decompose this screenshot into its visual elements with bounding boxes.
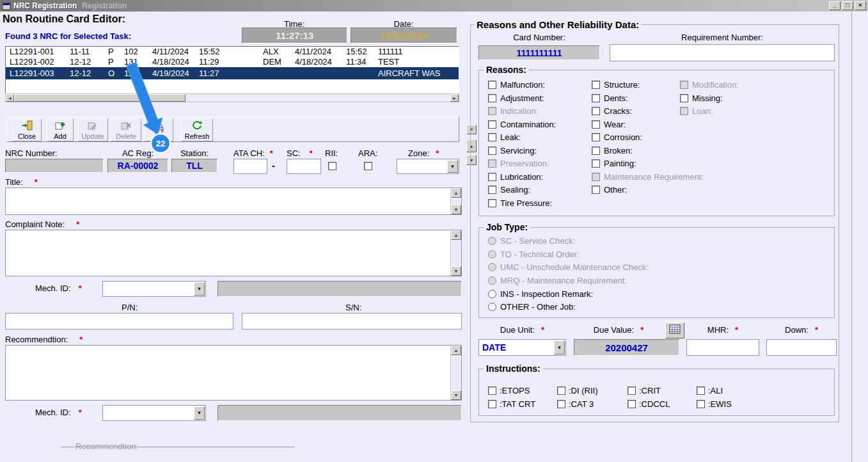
refresh-button-label: Refresh <box>185 132 210 140</box>
scroll-up-icon[interactable]: ▲ <box>451 230 461 240</box>
reason-tire-pressure-checkbox[interactable] <box>488 199 496 207</box>
ac-reg-value: RA-00002 <box>118 161 159 171</box>
instruction-ewis-checkbox[interactable] <box>697 400 705 408</box>
instruction-cdccl-checkbox[interactable] <box>627 400 636 408</box>
job-type-other-radio[interactable] <box>488 303 496 311</box>
table-row[interactable]: L12291-002 12-12 P 131 4/18/2024 11:29 D… <box>6 57 459 67</box>
scroll-up-icon[interactable]: ▲ <box>451 188 461 198</box>
zone-label: Zone:* <box>408 148 439 158</box>
instruction-di-rii-checkbox[interactable] <box>557 386 565 395</box>
refresh-button[interactable]: Refresh <box>181 118 213 141</box>
reason-leak-label: Leak: <box>500 132 521 142</box>
instruction-tat-crt-checkbox[interactable] <box>488 400 496 408</box>
requirement-number-label: Requirement Number: <box>610 33 835 42</box>
due-unit-select[interactable]: DATE ▼ <box>478 339 566 356</box>
list-hscrollbar[interactable]: ◄ ► <box>5 93 459 102</box>
table-row[interactable]: L12291-001 11-11 P 102 4/11/2024 15:52 A… <box>6 47 459 57</box>
reason-broken-checkbox[interactable] <box>592 147 600 155</box>
close-button[interactable]: Close <box>12 118 42 141</box>
job-type-umc-label: UMC - Unschedule Maintenance Check: <box>500 262 649 272</box>
instruction-cat3-checkbox[interactable] <box>557 400 565 408</box>
instruction-ali-checkbox[interactable] <box>697 386 705 395</box>
job-type-ins-radio[interactable] <box>488 290 496 298</box>
rii-checkbox[interactable] <box>328 162 336 170</box>
reason-painting-checkbox[interactable] <box>592 159 600 168</box>
reason-lubrication-checkbox[interactable] <box>488 173 496 181</box>
cell-time-close: 11:34 <box>346 57 378 67</box>
hscroll-thumb[interactable] <box>14 94 185 102</box>
required-asterisk: * <box>270 148 273 158</box>
reason-modification-label: Modification: <box>692 80 739 90</box>
reason-malfunction-label: Malfunction: <box>500 80 545 90</box>
mech-id2-select[interactable]: ▼ <box>102 405 206 421</box>
instruction-etops-checkbox[interactable] <box>488 386 496 395</box>
print-button[interactable] <box>144 118 173 141</box>
reason-leak-checkbox[interactable] <box>488 133 496 141</box>
table-row-selected[interactable]: L12291-003 12-12 O 116 4/19/2024 11:27 A… <box>6 67 459 79</box>
recommendation-scrollbar[interactable]: ▲ ▼ <box>450 346 461 400</box>
complaint-note-input[interactable]: ▲ ▼ <box>5 230 462 276</box>
reason-missing-checkbox[interactable] <box>680 94 688 102</box>
scroll-down-icon[interactable]: ▼ <box>451 205 461 214</box>
reason-preservation-checkbox <box>488 159 496 168</box>
recommendation-input[interactable]: ▲ ▼ <box>5 345 462 401</box>
cell-time-close <box>346 67 378 79</box>
reason-cracks-checkbox[interactable] <box>592 107 600 115</box>
sc-input[interactable] <box>287 159 321 174</box>
reason-servicing-checkbox[interactable] <box>488 147 496 155</box>
reason-adjustment-checkbox[interactable] <box>488 94 496 102</box>
reason-other-checkbox[interactable] <box>592 186 600 194</box>
reason-sealing-checkbox[interactable] <box>488 186 496 194</box>
job-type-to-radio <box>488 250 496 259</box>
ata-ch-input[interactable] <box>233 159 267 174</box>
nrc-number-label: NRC Number: <box>5 148 58 158</box>
window-title-ghost: Registration <box>82 1 127 10</box>
title-scrollbar[interactable]: ▲ ▼ <box>450 188 461 214</box>
window-edge-divider <box>851 12 852 462</box>
mech-id-select[interactable]: ▼ <box>102 281 206 297</box>
requirement-number-input[interactable] <box>610 44 835 61</box>
down-input[interactable] <box>766 339 837 356</box>
reason-dents-checkbox[interactable] <box>592 94 600 102</box>
cell-time-open: 15:52 <box>199 47 263 57</box>
reason-structure-checkbox[interactable] <box>592 81 600 89</box>
mech-id-name-field <box>217 281 462 297</box>
job-type-mrq-radio <box>488 276 496 285</box>
delete-button[interactable]: Delete <box>111 118 141 141</box>
scroll-down-icon[interactable]: ▼ <box>451 266 461 276</box>
mech-id2-name-field <box>217 405 462 421</box>
instruction-crit-checkbox[interactable] <box>627 386 636 395</box>
scroll-left-icon[interactable]: ◄ <box>6 94 14 102</box>
chevron-down-icon[interactable]: ▼ <box>194 406 205 420</box>
job-type-sc-radio <box>488 237 496 245</box>
update-button[interactable]: Update <box>77 118 108 141</box>
close-window-button[interactable]: × <box>855 1 866 10</box>
ara-checkbox[interactable] <box>364 162 372 170</box>
job-type-group-title: Job Type: <box>484 222 530 232</box>
title-input[interactable]: ▲ ▼ <box>5 187 462 215</box>
scroll-down-icon[interactable]: ▼ <box>451 390 461 400</box>
update-pencil-icon <box>87 120 99 132</box>
pn-input[interactable] <box>5 313 233 330</box>
add-button[interactable]: Add <box>47 118 74 141</box>
mhr-input[interactable] <box>686 339 759 356</box>
chevron-down-icon[interactable]: ▼ <box>554 340 565 354</box>
calendar-button[interactable] <box>665 323 684 339</box>
complaint-scrollbar[interactable]: ▲ ▼ <box>450 230 461 276</box>
maximize-button[interactable]: □ <box>842 1 853 10</box>
reason-corrosion-checkbox[interactable] <box>592 133 600 141</box>
reason-maintenance-requirement-label: Maintenance Requirement: <box>604 172 704 182</box>
scroll-up-icon[interactable]: ▲ <box>451 346 461 355</box>
sn-input[interactable] <box>242 313 462 330</box>
zone-select[interactable]: ▼ <box>397 159 459 174</box>
chevron-down-icon[interactable]: ▼ <box>447 160 458 173</box>
reason-malfunction-checkbox[interactable] <box>488 81 496 89</box>
scroll-right-icon[interactable]: ► <box>450 94 459 102</box>
minimize-button[interactable]: _ <box>829 1 840 10</box>
reason-wear-checkbox[interactable] <box>592 120 600 129</box>
reason-contamination-checkbox[interactable] <box>488 120 496 129</box>
chevron-down-icon[interactable]: ▼ <box>194 282 205 296</box>
due-value-label: Due Value:* <box>574 325 663 335</box>
reason-sealing-label: Sealing: <box>500 185 530 195</box>
reason-lubrication-label: Lubrication: <box>500 172 543 182</box>
